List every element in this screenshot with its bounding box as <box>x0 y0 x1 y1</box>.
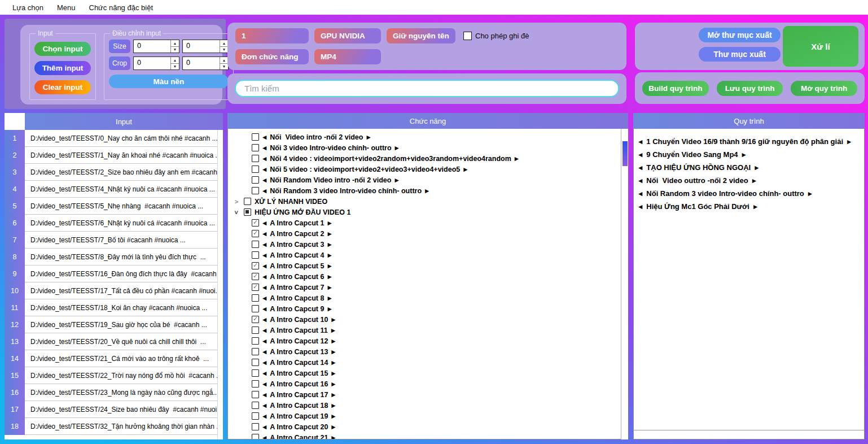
spin-down-icon[interactable]: ▼ <box>171 47 179 53</box>
input-list-row[interactable]: 9D:/video_test/TEESST/16_Đàn ông đích th… <box>5 265 217 282</box>
tree-item-row[interactable]: ◀Nối Random 3 video Intro-video chính- o… <box>231 185 628 196</box>
input-list-row[interactable]: 16D:/video_test/TEESST/23_Mong là ngày n… <box>5 384 217 401</box>
tree-item-row[interactable]: ◀Nối Random Video intro -nối 2 video▶ <box>231 175 628 185</box>
clear-input-button[interactable]: Clear input <box>34 80 91 94</box>
checkbox[interactable] <box>252 284 259 291</box>
search-input[interactable] <box>235 80 619 97</box>
crop-width-stepper[interactable]: 0 ▲▼ <box>133 56 179 70</box>
input-list-row[interactable]: 5D:/video_test/TEESST/5_Nhẹ nhàng #cacan… <box>5 198 217 215</box>
checkbox[interactable] <box>252 380 259 388</box>
input-list-row[interactable]: 1D:/video_test/TEESST/0_Nay cho ăn cám t… <box>5 130 217 147</box>
input-list-row[interactable]: 8D:/video_test/TEESST/8_Đây mới là tình … <box>5 249 217 265</box>
input-list-row[interactable]: 4D:/video_test/TEESST/4_Nhật ký nuôi ca … <box>5 181 217 198</box>
workflow-item[interactable]: ◀9 Chuyển Video Sang Mp4▶ <box>638 148 864 161</box>
checkbox[interactable] <box>252 294 259 302</box>
tree-item-row[interactable]: ◀A Intro Capcut 5▶ <box>231 260 628 271</box>
add-input-button[interactable]: Thêm input <box>34 61 91 75</box>
input-list-row[interactable]: 11D:/video_test/TEESST/18_Koi ăn chay #c… <box>5 299 217 316</box>
tree-item-row[interactable]: ◀Nối 5 video : videoimport+video2+video3… <box>231 164 628 175</box>
tree-item-row[interactable]: ◀A Intro Capcut 7▶ <box>231 282 628 293</box>
tree-item-row[interactable]: ◀A Intro Capcut 6▶ <box>231 271 628 282</box>
tree-item-row[interactable]: ◀A Intro Capcut 11▶ <box>231 325 628 336</box>
tree-item-row[interactable]: ◀A Intro Capcut 3▶ <box>231 239 628 250</box>
checkbox[interactable] <box>252 402 259 409</box>
tree-item-row[interactable]: ◀A Intro Capcut 12▶ <box>231 336 628 346</box>
checkbox[interactable] <box>252 316 259 323</box>
tree-item-row[interactable]: ◀Nối Video intro -nối 2 video▶ <box>231 132 628 142</box>
checkbox[interactable] <box>252 133 259 141</box>
scrollbar-thumb[interactable] <box>622 141 628 166</box>
input-list-row[interactable]: 6D:/video_test/TEESST/6_Nhật ký nuôi cá … <box>5 215 217 232</box>
checkbox[interactable] <box>252 155 259 162</box>
menu-item[interactable]: Lựa chọn <box>6 3 50 12</box>
size-height-stepper[interactable]: 0 ▲▼ <box>182 40 229 53</box>
spin-down-icon[interactable]: ▼ <box>220 64 228 70</box>
spin-up-icon[interactable]: ▲ <box>171 40 179 47</box>
tree-item-row[interactable]: ◀A Intro Capcut 19▶ <box>231 411 628 421</box>
checkbox[interactable] <box>252 391 259 398</box>
option-button[interactable]: MP4 <box>314 49 381 64</box>
checkbox[interactable] <box>252 144 259 151</box>
tree-item-row[interactable]: ◀A Intro Capcut 9▶ <box>231 303 628 314</box>
checkbox[interactable] <box>252 434 259 439</box>
tree-item-row[interactable]: ◀A Intro Capcut 1▶ <box>231 217 628 228</box>
checkbox[interactable] <box>252 348 259 355</box>
checkbox[interactable] <box>252 187 259 194</box>
input-list-row[interactable]: 15D:/video_test/TEESST/22_Trời nay nóng … <box>5 367 217 384</box>
checkbox[interactable] <box>252 166 259 173</box>
menu-item[interactable]: Chức năng đặc biệt <box>82 3 160 12</box>
overwrite-checkbox[interactable]: Cho phép ghi đè <box>463 32 529 40</box>
checkbox[interactable] <box>252 305 259 312</box>
checkbox[interactable] <box>252 369 259 377</box>
spin-up-icon[interactable]: ▲ <box>171 57 179 64</box>
process-button[interactable]: Xử lí <box>783 26 858 67</box>
tree-item-row[interactable]: ◀Nối 3 video Intro-video chính- outtro▶ <box>231 142 628 153</box>
input-list-row[interactable]: 18D:/video_test/TEESST/32_Tận hưởng khoả… <box>5 418 217 435</box>
checkbox[interactable] <box>244 208 251 216</box>
spin-down-icon[interactable]: ▼ <box>171 64 179 70</box>
input-list-row[interactable]: 13D:/video_test/TEESST/20_Về quê nuôi cá… <box>5 333 217 350</box>
tree-item-row[interactable]: ◀A Intro Capcut 20▶ <box>231 421 628 432</box>
workflow-item[interactable]: ◀1 Chuyển Video 16/9 thành 9/16 giữ nguy… <box>638 135 864 148</box>
option-button[interactable]: GPU NVIDIA <box>314 28 381 43</box>
tree-group-row[interactable]: >HIỆU ỨNG MỞ ĐẦU VIDEO 1 <box>231 207 628 217</box>
chevron-right-icon[interactable]: > <box>233 198 240 205</box>
option-button[interactable]: 1 <box>235 28 309 43</box>
tree-item-row[interactable]: ◀A Intro Capcut 2▶ <box>231 228 628 239</box>
size-width-stepper[interactable]: 0 ▲▼ <box>133 40 179 53</box>
checkbox[interactable] <box>252 262 259 269</box>
tree-item-row[interactable]: ◀A Intro Capcut 8▶ <box>231 293 628 303</box>
checkbox[interactable] <box>252 359 259 366</box>
checkbox[interactable] <box>252 230 259 237</box>
input-list-row[interactable]: 3D:/video_test/TEESST/2_Size bao nhiêu đ… <box>5 164 217 181</box>
tree-item-row[interactable]: ◀A Intro Capcut 10▶ <box>231 314 628 325</box>
input-list-row[interactable]: 14D:/video_test/TEESST/21_Cá mới vào ao … <box>5 350 217 367</box>
checkbox-box[interactable] <box>463 32 472 40</box>
option-button[interactable]: Đơn chức năng <box>235 49 309 64</box>
tree-group-row[interactable]: >XỬ LÝ NHANH VIDEO <box>231 196 628 207</box>
input-list-scrollbar[interactable] <box>217 130 223 439</box>
checkbox[interactable] <box>252 176 259 184</box>
checkbox[interactable] <box>252 219 259 227</box>
crop-height-stepper[interactable]: 0 ▲▼ <box>182 56 229 70</box>
save-workflow-button[interactable]: Lưu quy trình <box>717 81 783 96</box>
tree-item-row[interactable]: ◀A Intro Capcut 4▶ <box>231 250 628 260</box>
tree-item-row[interactable]: ◀A Intro Capcut 17▶ <box>231 389 628 400</box>
workflow-item[interactable]: ◀Nối Video outtro -nối 2 video▶ <box>638 174 864 187</box>
checkbox[interactable] <box>244 198 251 205</box>
background-color-button[interactable]: Màu nền <box>109 75 229 88</box>
input-list-row[interactable]: 17D:/video_test/TEESST/24_Size bao nhiêu… <box>5 401 217 418</box>
tree-item-row[interactable]: ◀A Intro Capcut 21▶ <box>231 432 628 439</box>
input-list-row[interactable]: 10D:/video_test/TEESST/17_Tất cả đều có … <box>5 282 217 299</box>
checkbox[interactable] <box>252 423 259 430</box>
tree-item-row[interactable]: ◀Nối 4 video : videoimport+video2random+… <box>231 153 628 164</box>
build-workflow-button[interactable]: Build quy trình <box>642 81 709 96</box>
input-list-row[interactable]: 2D:/video_test/TEESST/1_Nay ăn khoai nhé… <box>5 147 217 164</box>
tree-item-row[interactable]: ◀A Intro Capcut 16▶ <box>231 378 628 389</box>
functions-scrollbar[interactable] <box>621 129 628 439</box>
spin-up-icon[interactable]: ▲ <box>220 57 228 64</box>
option-button[interactable]: Giữ nguyên tên <box>387 28 455 43</box>
menu-item[interactable]: Menu <box>50 3 82 12</box>
tree-item-row[interactable]: ◀A Intro Capcut 18▶ <box>231 400 628 411</box>
open-output-folder-button[interactable]: Mở thư mục xuất <box>699 28 781 42</box>
